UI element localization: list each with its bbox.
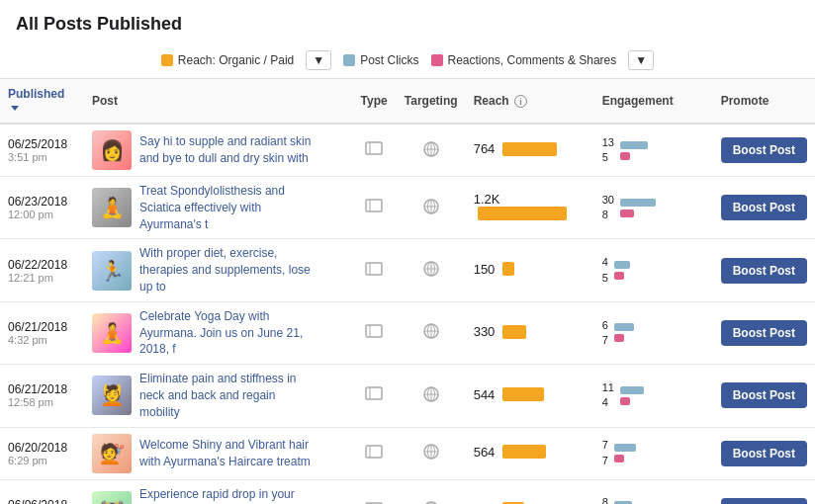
reach-cell: 150	[466, 239, 594, 301]
engagement-bot: 5	[602, 271, 608, 286]
engagement-cell: 6 7	[602, 318, 705, 349]
reactions-swatch	[431, 54, 443, 66]
reach-cell: 299	[466, 479, 594, 504]
boost-post-button[interactable]: Boost Post	[721, 137, 807, 163]
globe-icon	[423, 323, 439, 339]
targeting-cell	[397, 301, 466, 364]
date-cell: 06/20/2018 6:29 pm	[0, 427, 84, 479]
engagement-cell: 30 8	[602, 193, 705, 223]
table-row: 06/25/2018 3:51 pm 👩 Say hi to supple an…	[0, 124, 815, 177]
post-text[interactable]: Welcome Shiny and Vibrant hair with Ayur…	[139, 437, 317, 470]
type-cell	[352, 301, 397, 364]
engagement-bars	[614, 261, 630, 280]
engagement-bot: 4	[602, 395, 614, 410]
reach-info-icon[interactable]: i	[514, 95, 527, 108]
post-time: 12:00 pm	[8, 209, 76, 220]
boost-post-button[interactable]: Boost Post	[721, 258, 807, 284]
targeting-cell	[397, 177, 466, 239]
post-thumbnail: 🏃	[92, 251, 132, 291]
post-text[interactable]: Say hi to supple and radiant skin and by…	[139, 133, 317, 167]
engagement-numbers: 8 1	[602, 495, 608, 504]
reach-bar	[502, 387, 544, 401]
globe-icon	[423, 386, 439, 402]
post-text[interactable]: With proper diet, exercise, therapies an…	[139, 245, 317, 294]
post-type-icon	[365, 199, 383, 212]
post-text[interactable]: Treat Spondylolisthesis and Sciatica eff…	[139, 183, 317, 232]
engagement-cell: 4 5	[602, 255, 705, 286]
type-cell	[352, 124, 397, 177]
post-date: 06/21/2018	[8, 320, 76, 334]
post-type-icon	[365, 386, 383, 400]
post-clicks-bar	[614, 323, 634, 331]
reach-value: 330	[474, 324, 496, 339]
post-cell: 💆 Eliminate pain and stiffness in neck a…	[92, 371, 344, 420]
table-body: 06/25/2018 3:51 pm 👩 Say hi to supple an…	[0, 124, 815, 504]
boost-post-button[interactable]: Boost Post	[721, 382, 807, 408]
globe-icon	[423, 261, 439, 277]
boost-post-button[interactable]: Boost Post	[721, 498, 807, 504]
post-clicks-bar	[620, 199, 656, 207]
engagement-cell-td: 30 8	[594, 177, 713, 239]
post-date: 06/06/2018	[8, 498, 76, 504]
post-text[interactable]: Experience rapid drop in your size and w…	[139, 486, 317, 504]
reach-bar-container	[502, 445, 546, 462]
post-time: 6:29 pm	[8, 455, 76, 466]
engagement-bars	[620, 386, 644, 405]
post-date: 06/22/2018	[8, 258, 76, 272]
reactions-legend-item: Reactions, Comments & Shares	[431, 53, 617, 67]
reach-cell: 764	[466, 124, 594, 177]
boost-post-button[interactable]: Boost Post	[721, 320, 807, 346]
engagement-top: 7	[602, 438, 608, 453]
boost-post-button[interactable]: Boost Post	[721, 195, 807, 220]
post-thumbnail: 💆	[92, 376, 132, 415]
engagement-top: 4	[602, 255, 608, 270]
engagement-bot: 5	[602, 150, 614, 165]
reactions-bar	[620, 152, 630, 160]
type-cell	[352, 177, 397, 239]
type-cell	[352, 479, 397, 504]
type-cell	[352, 239, 397, 301]
post-text[interactable]: Celebrate Yoga Day with Ayurmana. Join u…	[139, 308, 317, 358]
table-row: 06/21/2018 4:32 pm 🧘 Celebrate Yoga Day …	[0, 301, 815, 364]
engagement-cell: 11 4	[602, 380, 705, 411]
post-cell: 🏋️ Experience rapid drop in your size an…	[92, 486, 344, 504]
post-cell-td: 🏃 With proper diet, exercise, therapies …	[84, 239, 352, 301]
post-thumbnail: 🧘	[92, 188, 132, 227]
reach-bar	[478, 207, 567, 220]
post-clicks-legend-label: Post Clicks	[360, 53, 418, 67]
table-row: 06/23/2018 12:00 pm 🧘 Treat Spondylolist…	[0, 177, 815, 239]
reach-value: 544	[474, 387, 496, 402]
table-row: 06/20/2018 6:29 pm 💇 Welcome Shiny and V…	[0, 427, 815, 479]
boost-post-button[interactable]: Boost Post	[721, 441, 807, 466]
reactions-dropdown-button[interactable]: ▼	[628, 50, 654, 70]
engagement-cell-td: 11 4	[594, 365, 713, 427]
post-cell-td: 👩 Say hi to supple and radiant skin and …	[84, 124, 352, 177]
post-cell-td: 🏋️ Experience rapid drop in your size an…	[84, 479, 352, 504]
reach-dropdown-button[interactable]: ▼	[306, 50, 331, 70]
promote-cell: Boost Post	[713, 301, 815, 364]
post-cell-td: 💆 Eliminate pain and stiffness in neck a…	[84, 365, 352, 427]
date-cell: 06/25/2018 3:51 pm	[0, 124, 84, 177]
post-type-icon	[365, 141, 383, 155]
engagement-bars	[620, 141, 648, 160]
reach-bar	[502, 262, 514, 276]
reach-cell: 330	[466, 301, 594, 364]
post-cell-td: 🧘 Treat Spondylolisthesis and Sciatica e…	[84, 177, 352, 239]
promote-cell: Boost Post	[713, 365, 815, 427]
table-row: 06/06/2018 12:36 pm 🏋️ Experience rapid …	[0, 479, 815, 504]
engagement-bot: 7	[602, 454, 608, 468]
engagement-numbers: 4 5	[602, 255, 608, 286]
col-targeting: Targeting	[397, 79, 466, 125]
engagement-numbers: 30 8	[602, 193, 614, 223]
post-text[interactable]: Eliminate pain and stiffness in neck and…	[139, 371, 317, 420]
reactions-bar	[620, 210, 634, 217]
date-cell: 06/06/2018 12:36 pm	[0, 479, 84, 504]
post-clicks-bar	[620, 141, 648, 149]
engagement-bars	[614, 444, 636, 462]
reactions-bar	[614, 455, 624, 462]
col-reach: Reach i	[466, 79, 594, 125]
col-post: Post	[84, 79, 352, 125]
table-header: Published Post Type Targeting Reach i En…	[0, 79, 815, 125]
svg-rect-12	[366, 263, 382, 275]
col-published[interactable]: Published	[0, 79, 84, 125]
